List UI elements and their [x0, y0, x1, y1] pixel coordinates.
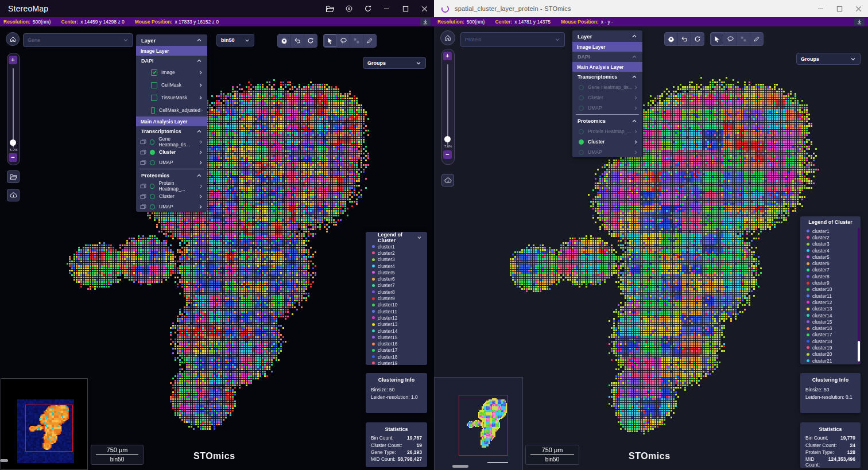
zoom-out-button[interactable]: − [9, 153, 17, 162]
radio-icon[interactable] [150, 139, 154, 145]
legend-item-cluster20[interactable]: cluster20 [800, 351, 861, 358]
chevron-up-icon[interactable] [631, 54, 637, 60]
chevron-right-icon[interactable] [198, 204, 203, 209]
chevron-right-icon[interactable] [198, 194, 203, 199]
zoom-slider-track[interactable] [13, 68, 14, 147]
zoom-out-button[interactable]: − [443, 150, 452, 159]
radio-icon[interactable] [579, 85, 584, 90]
chevron-right-icon[interactable] [633, 150, 638, 155]
lasso-tool-button[interactable] [337, 34, 350, 47]
radio-icon[interactable] [579, 150, 584, 155]
checkbox-icon[interactable] [151, 69, 157, 76]
legend-item-cluster4[interactable]: cluster4 [800, 247, 861, 254]
legend-item-cluster17[interactable]: cluster17 [800, 332, 861, 338]
brush-tool-button[interactable] [350, 34, 363, 47]
layer-item-gene-heatmap-tis-[interactable]: Gene Heatmap_tis... [572, 82, 642, 92]
legend-item-cluster8[interactable]: cluster8 [800, 273, 861, 279]
open-folder-button[interactable] [320, 0, 339, 17]
checkbox-icon[interactable] [151, 95, 157, 101]
layer-item-cluster[interactable]: Cluster [136, 147, 207, 157]
legend-item-cluster22[interactable]: cluster22 [800, 364, 861, 364]
legend-item-cluster19[interactable]: cluster19 [366, 360, 427, 365]
file-browser-button[interactable] [7, 170, 20, 183]
scalebar-toggle-button[interactable] [420, 18, 431, 26]
undo-button[interactable] [291, 34, 304, 47]
groups-select[interactable]: Groups [363, 57, 426, 69]
layer-item-umap[interactable]: UMAP [136, 157, 207, 168]
legend-item-cluster12[interactable]: cluster12 [800, 299, 861, 305]
layer-item-cluster[interactable]: Cluster [136, 191, 207, 201]
legend-header[interactable]: Legend of Cluster [366, 232, 427, 243]
chevron-up-icon[interactable] [631, 33, 637, 39]
reset-view-button[interactable] [691, 33, 704, 45]
legend-item-cluster15[interactable]: cluster15 [366, 334, 427, 340]
legend-item-cluster13[interactable]: cluster13 [800, 306, 861, 312]
legend-item-cluster3[interactable]: cluster3 [366, 257, 427, 263]
map-settings-button[interactable] [278, 34, 290, 47]
legend-item-cluster7[interactable]: cluster7 [800, 267, 861, 273]
edit-tool-button[interactable] [750, 33, 763, 45]
chevron-right-icon[interactable] [199, 139, 203, 145]
protein-search-select[interactable]: Protein [460, 32, 565, 47]
legend-item-cluster11[interactable]: cluster11 [800, 293, 861, 299]
legend-item-cluster17[interactable]: cluster17 [366, 347, 427, 354]
layer-item-umap[interactable]: UMAP [136, 201, 207, 212]
minimize-button[interactable] [377, 0, 396, 17]
layer-item-cellmask_adjusted[interactable]: CellMask_adjusted [136, 104, 207, 116]
layer-item-cluster[interactable]: Cluster [572, 137, 642, 147]
zoom-slider-thumb[interactable] [444, 136, 451, 142]
layer-item-cluster[interactable]: Cluster [572, 92, 642, 103]
legend-item-cluster13[interactable]: cluster13 [366, 321, 427, 328]
layer-item-image[interactable]: Image [136, 66, 207, 79]
layer-panel-header[interactable]: Layer [572, 30, 642, 42]
layer-item-protein-heatmap-[interactable]: Protein Heatmap_... [572, 126, 642, 137]
horizontal-scrollbar[interactable] [0, 459, 8, 462]
checkbox-icon[interactable] [151, 82, 157, 88]
legend-item-cluster18[interactable]: cluster18 [800, 338, 861, 344]
popout-window-icon[interactable] [140, 150, 146, 155]
legend-item-cluster1[interactable]: cluster1 [800, 228, 861, 234]
legend-item-cluster14[interactable]: cluster14 [366, 328, 427, 334]
chevron-up-icon[interactable] [631, 118, 637, 124]
minimize-button[interactable] [811, 0, 830, 17]
chevron-right-icon[interactable] [198, 160, 203, 165]
layer-item-umap[interactable]: UMAP [572, 103, 642, 113]
layer-group-proteomics[interactable]: Proteomics [136, 170, 207, 181]
chevron-down-icon[interactable] [417, 235, 422, 240]
legend-item-cluster14[interactable]: cluster14 [800, 312, 861, 318]
chevron-right-icon[interactable] [198, 150, 203, 155]
maximize-button[interactable] [396, 0, 415, 17]
chevron-up-icon[interactable] [196, 129, 202, 134]
radio-icon[interactable] [579, 95, 584, 100]
edit-tool-button[interactable] [363, 34, 376, 47]
legend-item-cluster19[interactable]: cluster19 [800, 344, 861, 351]
maximize-button[interactable] [830, 0, 849, 17]
layer-item-protein-heatmap-[interactable]: Protein Heatmap_... [136, 181, 207, 191]
pointer-tool-button[interactable] [711, 33, 723, 45]
pointer-tool-button[interactable] [324, 34, 336, 47]
chevron-up-icon[interactable] [196, 37, 202, 43]
radio-icon[interactable] [150, 204, 155, 209]
layer-group-dapi[interactable]: DAPI [136, 56, 207, 66]
popout-window-icon[interactable] [140, 139, 146, 145]
brush-tool-button[interactable] [737, 33, 750, 45]
legend-item-cluster16[interactable]: cluster16 [366, 340, 427, 347]
chevron-right-icon[interactable] [199, 184, 203, 189]
zoom-in-button[interactable]: + [443, 52, 452, 60]
legend-item-cluster16[interactable]: cluster16 [800, 325, 861, 331]
legend-item-cluster9[interactable]: cluster9 [366, 295, 427, 301]
legend-item-cluster3[interactable]: cluster3 [800, 241, 861, 247]
chevron-right-icon[interactable] [633, 129, 638, 134]
gene-search-select[interactable]: Gene [23, 33, 133, 47]
zoom-slider-track[interactable] [447, 64, 448, 145]
refresh-button[interactable] [358, 0, 377, 17]
popout-window-icon[interactable] [140, 194, 146, 199]
radio-icon[interactable] [579, 139, 584, 145]
legend-item-cluster6[interactable]: cluster6 [800, 260, 861, 266]
legend-item-cluster5[interactable]: cluster5 [800, 254, 861, 260]
cloud-export-button[interactable] [7, 189, 20, 201]
popout-window-icon[interactable] [140, 160, 146, 165]
lasso-tool-button[interactable] [724, 33, 737, 45]
radio-icon[interactable] [150, 194, 155, 199]
legend-header[interactable]: Legend of Cluster [800, 216, 861, 228]
